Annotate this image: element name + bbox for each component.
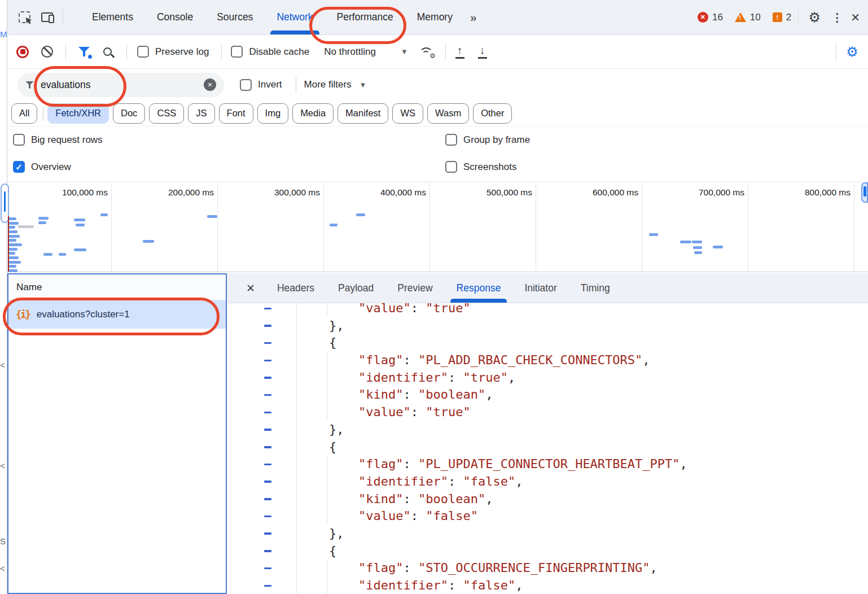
detail-tab-timing[interactable]: Timing: [569, 273, 622, 303]
filter-chip-ws[interactable]: WS: [392, 103, 423, 124]
option-big-request-rows[interactable]: Big request rows: [13, 134, 103, 146]
filter-chip-other[interactable]: Other: [473, 103, 512, 124]
filter-chip-media[interactable]: Media: [292, 103, 334, 124]
detail-tab-preview[interactable]: Preview: [385, 273, 444, 303]
timeline-tick-label: 700,000 ms: [660, 187, 744, 199]
inspect-element-icon[interactable]: [13, 6, 36, 29]
detail-tab-payload[interactable]: Payload: [326, 273, 385, 303]
group-by-frame-checkbox[interactable]: [445, 134, 457, 146]
indent-guide: [327, 369, 327, 387]
timeline-tick-label: 500,000 ms: [448, 187, 532, 199]
filter-chip-js[interactable]: JS: [188, 103, 214, 124]
record-network-log-button[interactable]: [16, 46, 29, 58]
filter-chip-css[interactable]: CSS: [149, 103, 184, 124]
request-row[interactable]: {i}evaluations?cluster=1: [8, 300, 226, 329]
tab-network[interactable]: Network: [265, 0, 325, 34]
invert-checkbox[interactable]: [240, 79, 252, 91]
device-toolbar-icon[interactable]: [36, 6, 58, 29]
filter-chip-img[interactable]: Img: [257, 103, 289, 124]
issues-icon[interactable]: !: [773, 12, 782, 22]
indent-guide: [327, 508, 327, 525]
filter-chip-all[interactable]: All: [11, 103, 37, 124]
tab-memory[interactable]: Memory: [405, 0, 464, 34]
tab-performance[interactable]: Performance: [325, 0, 405, 34]
status-badges: ✕ 16 ! 10 ! 2: [698, 12, 794, 23]
response-viewer[interactable]: "value": "true"},{"flag": "PL_ADD_RBAC_C…: [227, 303, 868, 594]
error-icon[interactable]: ✕: [698, 12, 708, 23]
close-devtools-button[interactable]: ✕: [848, 11, 868, 24]
close-details-button[interactable]: ✕: [227, 282, 265, 295]
page-text-fragment: <: [0, 564, 5, 573]
import-har-button[interactable]: ↑: [454, 45, 466, 59]
warning-icon[interactable]: !: [735, 12, 746, 22]
disable-cache-checkbox[interactable]: [231, 46, 243, 58]
clear-filter-icon[interactable]: ✕: [204, 78, 216, 91]
filter-chip-doc[interactable]: Doc: [113, 103, 145, 124]
option-screenshots[interactable]: Screenshots: [445, 161, 517, 173]
big-request-rows-label: Big request rows: [31, 134, 103, 146]
timeline-red-marker: [8, 216, 9, 272]
devtools-window: ElementsConsoleSourcesNetworkPerformance…: [7, 0, 868, 594]
more-filters-dropdown[interactable]: More filters ▼: [304, 79, 367, 90]
code-text: },: [329, 525, 344, 543]
inspect-cursor-icon: [19, 11, 30, 23]
filter-chip-font[interactable]: Font: [219, 103, 253, 124]
preserve-log-checkbox[interactable]: [137, 46, 149, 58]
waterfall-bar: [8, 243, 22, 246]
name-column-header[interactable]: Name: [8, 274, 226, 300]
filter-chip-manifest[interactable]: Manifest: [337, 103, 388, 124]
request-list-panel: Name {i}evaluations?cluster=1: [7, 273, 227, 594]
settings-gear-button[interactable]: ⚙: [803, 6, 826, 29]
wrap-marker-dash: [264, 464, 271, 466]
more-filters-label: More filters: [304, 79, 352, 90]
waterfall-bar: [8, 261, 21, 264]
overview-checkbox[interactable]: ✓: [13, 161, 25, 173]
filter-chip-wasm[interactable]: Wasm: [427, 103, 469, 124]
detail-tab-response[interactable]: Response: [445, 273, 513, 303]
export-har-button[interactable]: ↓: [476, 45, 489, 59]
indent-guide: [327, 303, 327, 317]
indent-guide: [327, 456, 327, 473]
tab-sources[interactable]: Sources: [205, 0, 265, 34]
screenshots-checkbox[interactable]: [445, 161, 457, 173]
throttling-dropdown[interactable]: No throttling ▼: [324, 46, 408, 58]
code-line: "kind": "boolean",: [227, 491, 868, 508]
filter-text-input[interactable]: [41, 79, 170, 91]
filter-chip-fetch-xhr[interactable]: Fetch/XHR: [47, 103, 109, 124]
timeline-tick-label: 200,000 ms: [129, 187, 214, 199]
filter-input-box[interactable]: ✕: [17, 73, 224, 97]
clear-network-log-button[interactable]: [41, 46, 53, 58]
waterfall-bar: [207, 215, 217, 218]
page-text-fragment: <: [0, 461, 5, 470]
code-text: "identifier": "false",: [358, 577, 523, 594]
issues-count: 2: [786, 12, 791, 23]
network-conditions-button[interactable]: ⚙: [419, 46, 434, 58]
code-line: {: [227, 334, 868, 352]
option-group-by-frame[interactable]: Group by frame: [445, 134, 530, 146]
network-settings-button[interactable]: ⚙: [841, 41, 863, 63]
code-text: "identifier": "false",: [358, 473, 523, 491]
network-split-view: Name {i}evaluations?cluster=1 ✕ HeadersP…: [7, 273, 868, 594]
code-text: {: [329, 543, 336, 560]
more-options-button[interactable]: ⋮: [826, 11, 848, 24]
detail-tab-headers[interactable]: Headers: [265, 273, 326, 303]
filter-toggle-button[interactable]: [78, 47, 90, 56]
separator: [43, 106, 43, 121]
big-request-rows-checkbox[interactable]: [13, 134, 25, 146]
more-tabs-button[interactable]: »: [464, 11, 481, 24]
tab-console[interactable]: Console: [145, 0, 205, 34]
filter-active-dot: [88, 55, 92, 59]
page-behind-sliver: M<<S<: [0, 0, 7, 594]
tab-elements[interactable]: Elements: [80, 0, 145, 34]
wrap-marker-dash: [264, 412, 271, 414]
code-text: "value": "false": [358, 508, 478, 525]
search-network-button[interactable]: [103, 47, 112, 56]
overview-right-handle[interactable]: [861, 182, 868, 203]
network-overview-timeline[interactable]: 100,000 ms200,000 ms300,000 ms400,000 ms…: [7, 182, 868, 272]
detail-tab-initiator[interactable]: Initiator: [512, 273, 568, 303]
waterfall-bar: [38, 217, 49, 220]
code-text: "value": "true": [358, 404, 471, 421]
timeline-gridline: [429, 182, 430, 272]
throttling-value: No throttling: [324, 46, 376, 58]
option-overview[interactable]: ✓ Overview: [13, 161, 71, 173]
